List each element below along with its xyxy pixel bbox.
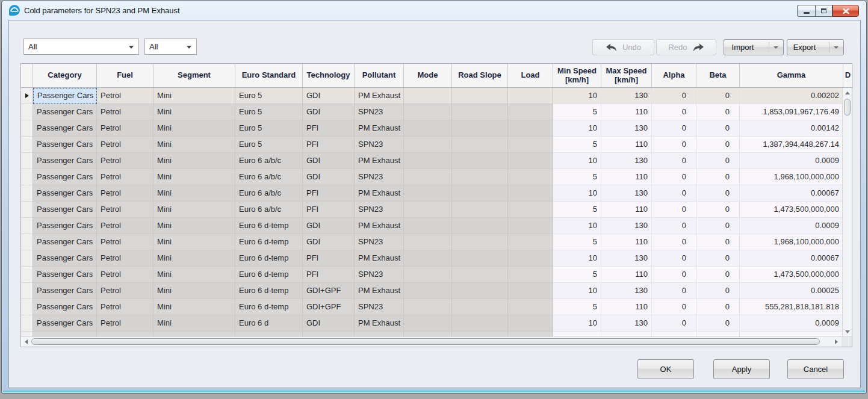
- cell[interactable]: Petrol: [97, 153, 153, 169]
- cell[interactable]: [404, 185, 452, 202]
- cell[interactable]: 0.00142: [740, 120, 843, 137]
- apply-button[interactable]: Apply: [713, 359, 770, 379]
- cell[interactable]: [508, 104, 553, 120]
- cell[interactable]: 0: [696, 315, 740, 332]
- row-indicator[interactable]: [21, 120, 33, 137]
- cell[interactable]: Petrol: [97, 104, 153, 120]
- cell[interactable]: [404, 315, 452, 332]
- column-header[interactable]: Gamma: [740, 64, 843, 88]
- column-header[interactable]: Pollutant: [355, 64, 404, 88]
- cell[interactable]: Petrol: [97, 234, 153, 250]
- cell[interactable]: GDI: [303, 218, 355, 234]
- cell[interactable]: Passenger Cars: [33, 153, 97, 169]
- cell[interactable]: [404, 267, 452, 283]
- cell[interactable]: [508, 137, 553, 153]
- cell[interactable]: 0.00202: [740, 88, 843, 104]
- cell[interactable]: [404, 234, 452, 250]
- cell[interactable]: [404, 104, 452, 120]
- cell[interactable]: [452, 120, 508, 137]
- cell[interactable]: Mini: [153, 185, 235, 202]
- cell[interactable]: 0: [696, 234, 740, 250]
- cell[interactable]: Mini: [153, 283, 235, 299]
- cell[interactable]: Mini: [153, 137, 235, 153]
- column-header[interactable]: Euro Standard: [235, 64, 303, 88]
- row-indicator[interactable]: [21, 234, 33, 250]
- cell[interactable]: 0: [652, 137, 696, 153]
- cell[interactable]: 110: [601, 104, 652, 120]
- cell[interactable]: 5: [553, 234, 601, 250]
- cell[interactable]: 1,473,500,000,000: [740, 202, 843, 218]
- cell[interactable]: [452, 88, 508, 104]
- close-button[interactable]: [832, 5, 859, 17]
- cancel-button[interactable]: Cancel: [787, 359, 844, 379]
- cell[interactable]: 110: [601, 137, 652, 153]
- cell[interactable]: 1,968,100,000,000: [740, 169, 843, 185]
- row-indicator[interactable]: [21, 315, 33, 332]
- cell[interactable]: 0: [696, 250, 740, 267]
- cell[interactable]: 0: [652, 283, 696, 299]
- cell[interactable]: Passenger Cars: [33, 234, 97, 250]
- scroll-right-button[interactable]: [831, 337, 841, 347]
- cell[interactable]: Euro 6 d-temp: [235, 250, 303, 267]
- column-header[interactable]: Segment: [153, 64, 235, 88]
- cell[interactable]: 0: [696, 153, 740, 169]
- column-header[interactable]: Min Speed [km/h]: [553, 64, 601, 88]
- cell[interactable]: 0: [652, 299, 696, 315]
- cell[interactable]: PFI: [303, 120, 355, 137]
- vertical-scroll-thumb[interactable]: [844, 99, 851, 116]
- cell[interactable]: 0: [696, 137, 740, 153]
- cell[interactable]: [452, 185, 508, 202]
- cell[interactable]: 130: [601, 218, 652, 234]
- cell[interactable]: Euro 6 a/b/c: [235, 202, 303, 218]
- cell[interactable]: Mini: [153, 202, 235, 218]
- cell[interactable]: Passenger Cars: [33, 267, 97, 283]
- cell[interactable]: Passenger Cars: [33, 202, 97, 218]
- cell[interactable]: [404, 202, 452, 218]
- cell[interactable]: 0: [652, 218, 696, 234]
- cell[interactable]: 130: [601, 250, 652, 267]
- cell[interactable]: 1,853,091,967,176.49: [740, 104, 843, 120]
- cell[interactable]: 0.00067: [740, 185, 843, 202]
- column-header[interactable]: Fuel: [97, 64, 153, 88]
- cell[interactable]: 0.00067: [740, 250, 843, 267]
- cell[interactable]: Petrol: [97, 185, 153, 202]
- undo-button[interactable]: Undo: [592, 39, 654, 55]
- cell[interactable]: 0: [652, 169, 696, 185]
- cell[interactable]: SPN23: [355, 202, 404, 218]
- cell[interactable]: [404, 120, 452, 137]
- cell[interactable]: 10: [553, 185, 601, 202]
- cell[interactable]: Mini: [153, 267, 235, 283]
- cell[interactable]: Euro 6 d-temp: [235, 234, 303, 250]
- cell[interactable]: Petrol: [97, 267, 153, 283]
- cell[interactable]: [452, 267, 508, 283]
- cell[interactable]: [508, 250, 553, 267]
- cell[interactable]: 10: [553, 153, 601, 169]
- cell[interactable]: Euro 6 a/b/c: [235, 153, 303, 169]
- cell[interactable]: 0.0009: [740, 218, 843, 234]
- cell[interactable]: [508, 202, 553, 218]
- column-header[interactable]: D: [843, 64, 853, 88]
- cell[interactable]: 110: [601, 202, 652, 218]
- cell[interactable]: Euro 5: [235, 137, 303, 153]
- cell[interactable]: 5: [553, 267, 601, 283]
- title-bar[interactable]: Cold parameters for SPN23 and PM Exhaust: [2, 1, 866, 20]
- column-header[interactable]: Category: [33, 64, 97, 88]
- row-indicator[interactable]: [21, 250, 33, 267]
- cell[interactable]: 110: [601, 234, 652, 250]
- export-button[interactable]: Export: [787, 39, 844, 55]
- cell[interactable]: GDI: [303, 315, 355, 332]
- cell[interactable]: Petrol: [97, 88, 153, 104]
- cell[interactable]: 110: [601, 267, 652, 283]
- cell[interactable]: Passenger Cars: [33, 299, 97, 315]
- cell[interactable]: Passenger Cars: [33, 218, 97, 234]
- cell[interactable]: [508, 267, 553, 283]
- cell[interactable]: Passenger Cars: [33, 137, 97, 153]
- cell[interactable]: 1,473,500,000,000: [740, 267, 843, 283]
- cell[interactable]: [452, 218, 508, 234]
- cell[interactable]: PFI: [303, 250, 355, 267]
- cell[interactable]: PM Exhaust: [355, 185, 404, 202]
- maximize-button[interactable]: [815, 5, 832, 17]
- cell[interactable]: 5: [553, 104, 601, 120]
- cell[interactable]: 130: [601, 283, 652, 299]
- cell[interactable]: Petrol: [97, 250, 153, 267]
